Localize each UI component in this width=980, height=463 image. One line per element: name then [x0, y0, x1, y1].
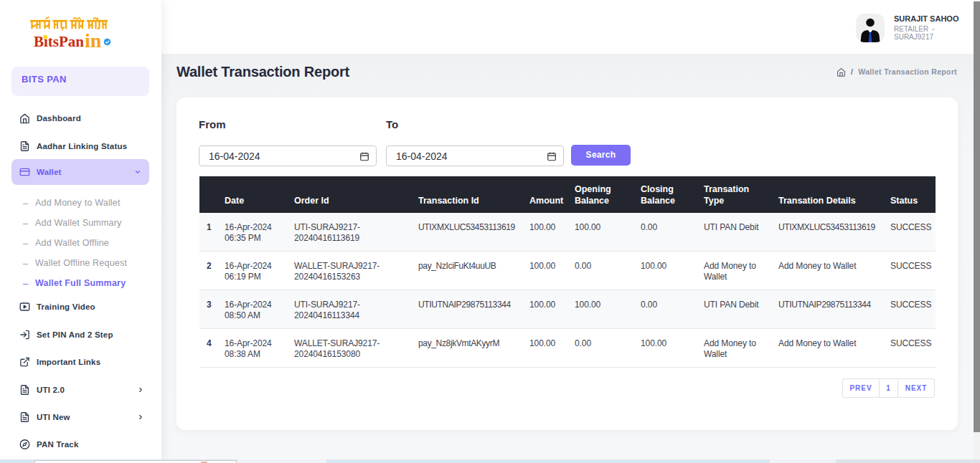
svg-text:in: in	[85, 29, 102, 52]
svg-text:BitsPan: BitsPan	[34, 33, 84, 50]
